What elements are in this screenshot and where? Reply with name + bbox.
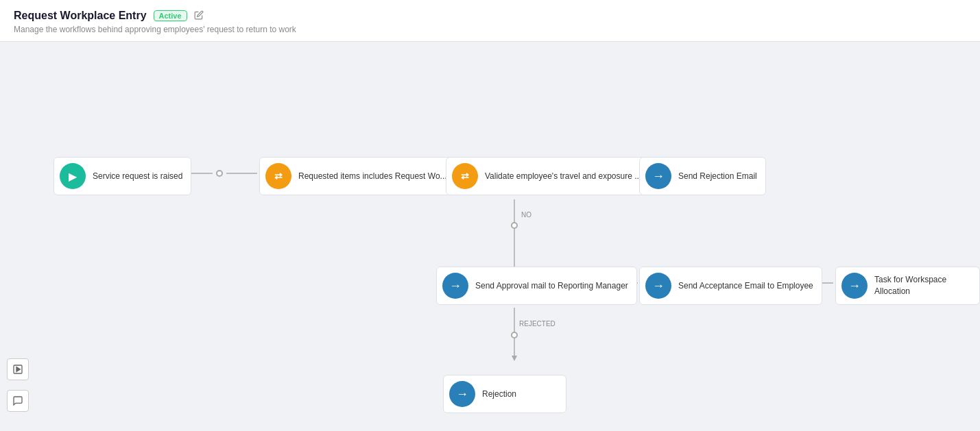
node-label-send-approval-mail: Send Approval mail to Reporting Manager [475,280,628,292]
node-label-service-request: Service request is raised [93,171,182,182]
node-icon-validate-employee: ⇄ [452,163,478,189]
node-requested-items[interactable]: ⇄ Requested items includes Request Wo... [259,157,456,195]
node-label-rejection: Rejection [482,389,516,400]
node-validate-employee[interactable]: ⇄ Validate employee's travel and exposur… [446,157,650,195]
rejected-label: REJECTED [519,320,555,328]
connector-dot-7 [511,332,518,338]
page-header: Request Workplace Entry Active Manage th… [0,0,980,42]
connector-dot-1 [216,170,223,177]
svg-marker-16 [512,356,517,361]
node-icon-send-approval-mail: → [442,273,468,299]
connector-dot-4 [511,222,518,229]
node-service-request[interactable]: ▶ Service request is raised [53,157,191,195]
node-label-validate-employee: Validate employee's travel and exposure … [485,171,641,182]
node-label-requested-items: Requested items includes Request Wo... [298,171,447,182]
node-icon-send-rejection-email: → [645,163,671,189]
status-badge: Active [154,10,187,21]
node-label-send-acceptance-email: Send Acceptance Email to Employee [678,280,813,292]
chat-sidebar-icon[interactable] [7,390,29,412]
page-title: Request Workplace Entry [14,10,147,22]
node-icon-send-acceptance-email: → [645,273,671,299]
edit-button[interactable] [194,10,204,22]
no-label: NO [521,211,531,219]
node-label-task-workspace: Task for Workspace Allocation [874,274,971,297]
node-send-approval-mail[interactable]: → Send Approval mail to Reporting Manage… [436,267,637,305]
play-sidebar-icon[interactable] [7,358,29,380]
connectors-svg [0,42,980,431]
node-rejection[interactable]: → Rejection [443,375,566,413]
page-subtitle: Manage the workflows behind approving em… [14,25,966,34]
node-icon-rejection: → [449,381,475,407]
svg-marker-18 [16,367,20,372]
node-send-acceptance-email[interactable]: → Send Acceptance Email to Employee [639,267,822,305]
node-icon-task-workspace: → [841,273,868,299]
node-send-rejection-email[interactable]: → Send Rejection Email [639,157,766,195]
node-label-send-rejection-email: Send Rejection Email [678,171,757,182]
sidebar [7,358,29,412]
node-task-workspace[interactable]: → Task for Workspace Allocation [835,267,980,305]
node-icon-service-request: ▶ [60,163,86,189]
node-icon-requested-items: ⇄ [265,163,291,189]
workflow-canvas: YES YES NO APPROVED REJECTED ▶ Service r… [0,42,980,431]
